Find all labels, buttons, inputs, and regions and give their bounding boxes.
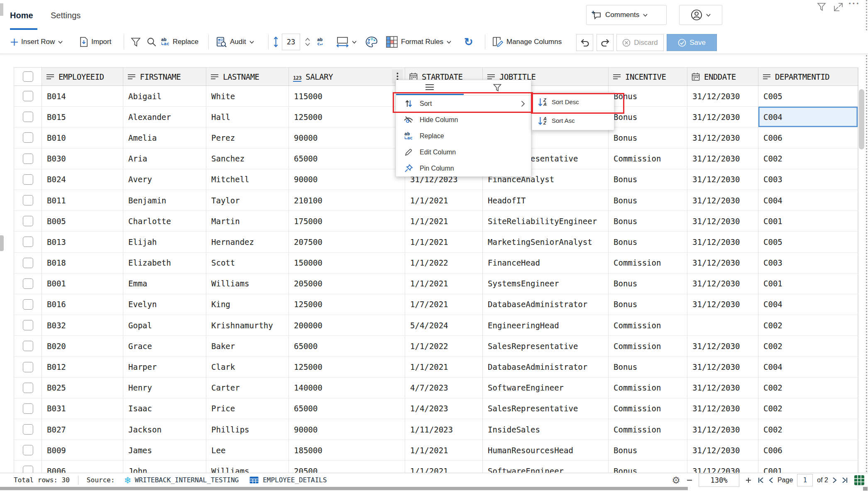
menu-item-pin-column[interactable]: Pin Column bbox=[396, 160, 531, 176]
column-header-departmentid[interactable]: DEPARTMENTID bbox=[758, 68, 858, 85]
visual-filter-icon[interactable] bbox=[817, 2, 826, 12]
table-cell[interactable]: 125000 bbox=[289, 357, 405, 377]
more-options-icon[interactable]: ··· bbox=[848, 0, 860, 9]
table-cell[interactable]: B025 bbox=[42, 378, 123, 398]
table-cell[interactable]: SalesRepresentative bbox=[483, 398, 609, 419]
table-cell[interactable]: 31/12/2030 bbox=[687, 419, 758, 440]
table-cell[interactable]: B018 bbox=[42, 253, 123, 273]
table-cell[interactable]: 90000 bbox=[289, 169, 405, 190]
table-cell[interactable]: 1/1/2021 bbox=[405, 232, 483, 252]
column-header-employeeid[interactable]: EMPLOYEEID bbox=[42, 68, 123, 85]
table-cell[interactable]: 31/12/2030 bbox=[687, 294, 758, 315]
table-cell[interactable]: SystemsEngineer bbox=[483, 274, 609, 294]
table-cell[interactable]: 150000 bbox=[289, 253, 405, 273]
table-cell[interactable]: SiteReliabilityEngineer bbox=[483, 211, 609, 231]
table-cell[interactable]: Commission bbox=[609, 315, 687, 335]
row-checkbox[interactable] bbox=[23, 362, 33, 372]
table-cell[interactable]: 1/1/2022 bbox=[405, 253, 483, 273]
select-all-checkbox[interactable] bbox=[23, 71, 33, 82]
comments-button[interactable]: Comments bbox=[586, 5, 667, 25]
menu-item-replace[interactable]: ab↳acReplace bbox=[396, 128, 531, 144]
table-cell[interactable]: B032 bbox=[42, 315, 123, 335]
table-cell[interactable]: 200000 bbox=[289, 315, 405, 335]
table-cell[interactable]: SalesRepresentative bbox=[483, 336, 609, 356]
table-cell[interactable]: Lee bbox=[206, 440, 289, 460]
focus-mode-icon[interactable] bbox=[834, 2, 843, 12]
table-cell[interactable]: Perez bbox=[206, 127, 289, 148]
table-cell[interactable]: 1/1/2021 bbox=[405, 461, 483, 473]
table-cell[interactable]: 31/12/2030 bbox=[687, 169, 758, 190]
table-cell[interactable]: Bonus bbox=[609, 294, 687, 315]
table-cell[interactable]: 1/4/2023 bbox=[405, 398, 483, 419]
table-cell[interactable]: Bonus bbox=[609, 211, 687, 231]
menu-item-hide-column[interactable]: Hide Column bbox=[396, 112, 531, 128]
table-cell[interactable]: B015 bbox=[42, 107, 123, 127]
table-cell[interactable]: Amelia bbox=[123, 127, 206, 148]
table-cell[interactable]: Bonus bbox=[609, 461, 687, 473]
table-cell[interactable]: 115000 bbox=[289, 86, 405, 106]
zoom-out-icon[interactable] bbox=[686, 477, 693, 484]
table-cell[interactable]: Bonus bbox=[609, 86, 687, 106]
row-checkbox[interactable] bbox=[23, 445, 33, 455]
undo-button[interactable] bbox=[576, 34, 593, 51]
row-checkbox[interactable] bbox=[23, 278, 33, 289]
table-cell[interactable]: SoftwareEngineer bbox=[483, 378, 609, 398]
table-cell[interactable]: Gopal bbox=[123, 315, 206, 335]
table-cell[interactable]: B016 bbox=[42, 294, 123, 315]
table-cell[interactable]: C005 bbox=[758, 86, 858, 106]
submenu-item-sort-desc[interactable]: ZASort Desc bbox=[532, 93, 614, 111]
table-cell[interactable]: 1/11/2023 bbox=[405, 419, 483, 440]
row-height-input[interactable]: 23 bbox=[282, 34, 300, 50]
table-cell[interactable]: Bonus bbox=[609, 232, 687, 252]
table-cell[interactable] bbox=[687, 315, 758, 335]
table-cell[interactable]: DatabaseAdministrator bbox=[483, 357, 609, 377]
row-checkbox[interactable] bbox=[23, 112, 33, 122]
table-cell[interactable]: Carter bbox=[206, 378, 289, 398]
table-cell[interactable]: Grace bbox=[123, 336, 206, 356]
table-cell[interactable]: Bonus bbox=[609, 169, 687, 190]
replace-button[interactable]: ab↳ac Replace bbox=[161, 30, 198, 54]
table-cell[interactable]: B006 bbox=[42, 461, 123, 473]
visual-left-handle[interactable] bbox=[0, 235, 4, 251]
table-cell[interactable]: Isaac bbox=[123, 398, 206, 419]
table-cell[interactable]: Krishnamurthy bbox=[206, 315, 289, 335]
table-cell[interactable]: B011 bbox=[42, 190, 123, 210]
table-cell[interactable]: 31/12/2030 bbox=[687, 461, 758, 473]
table-cell[interactable]: 31/12/2030 bbox=[687, 253, 758, 273]
table-cell[interactable]: Clark bbox=[206, 357, 289, 377]
table-cell[interactable]: John bbox=[123, 461, 206, 473]
import-button[interactable]: Import bbox=[80, 30, 111, 54]
column-header-incentive[interactable]: INCENTIVE bbox=[609, 68, 687, 85]
table-cell[interactable]: Charlotte bbox=[123, 211, 206, 231]
table-cell[interactable]: Commission bbox=[609, 419, 687, 440]
table-cell[interactable]: C001 bbox=[758, 211, 858, 231]
row-checkbox[interactable] bbox=[23, 174, 33, 185]
table-cell[interactable]: Bonus bbox=[609, 190, 687, 210]
manage-columns-button[interactable]: Manage Columns bbox=[492, 30, 562, 54]
table-cell[interactable]: Commission bbox=[609, 398, 687, 419]
row-checkbox[interactable] bbox=[23, 341, 33, 351]
table-cell[interactable]: 65000 bbox=[289, 336, 405, 356]
row-height-control[interactable]: 23 bbox=[273, 30, 310, 54]
table-cell[interactable]: 31/12/2030 bbox=[687, 398, 758, 419]
export-excel-icon[interactable] bbox=[854, 475, 865, 486]
table-cell[interactable]: C001 bbox=[758, 274, 858, 294]
prev-page-icon[interactable] bbox=[768, 477, 773, 484]
column-header-lastname[interactable]: LASTNAME bbox=[206, 68, 289, 85]
table-cell[interactable]: Commission bbox=[609, 336, 687, 356]
submenu-item-sort-asc[interactable]: AZSort Asc bbox=[532, 111, 614, 130]
row-checkbox[interactable] bbox=[23, 154, 33, 164]
table-cell[interactable]: C002 bbox=[758, 149, 858, 169]
filter-button[interactable] bbox=[131, 30, 141, 54]
table-cell[interactable]: Alexander bbox=[123, 107, 206, 127]
table-cell[interactable]: 31/12/2030 bbox=[687, 211, 758, 231]
table-cell[interactable]: C003 bbox=[758, 253, 858, 273]
row-checkbox[interactable] bbox=[23, 132, 33, 143]
table-cell[interactable]: B031 bbox=[42, 398, 123, 419]
table-cell[interactable]: 31/12/2030 bbox=[687, 107, 758, 127]
column-header-firstname[interactable]: FIRSTNAME bbox=[123, 68, 206, 85]
row-checkbox[interactable] bbox=[23, 237, 33, 247]
table-cell[interactable]: Evelyn bbox=[123, 294, 206, 315]
table-cell[interactable]: Commission bbox=[609, 378, 687, 398]
table-cell[interactable]: Commission bbox=[609, 253, 687, 273]
